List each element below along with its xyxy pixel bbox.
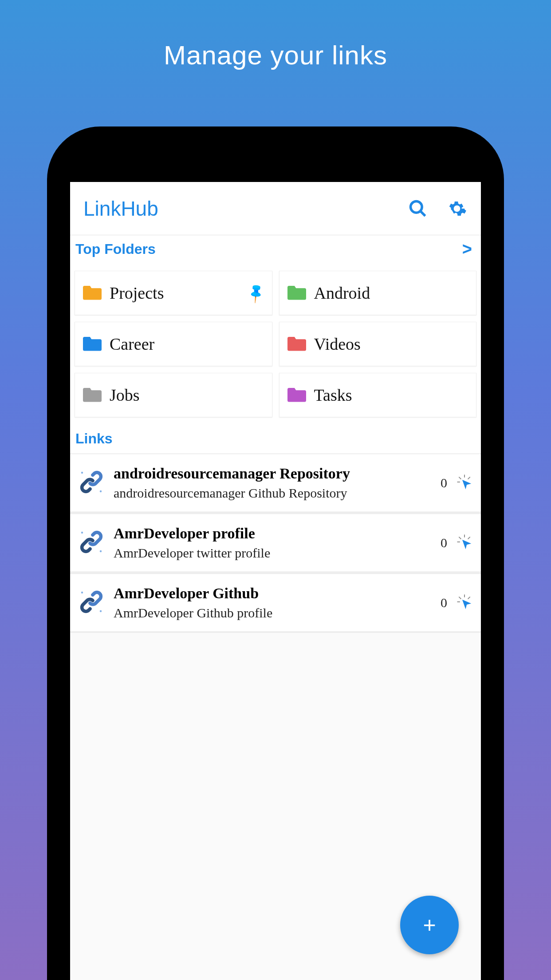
folder-card[interactable]: Projects📌 xyxy=(75,271,272,315)
folder-label: Tasks xyxy=(314,385,468,405)
link-title: AmrDeveloper Github xyxy=(114,585,432,602)
folder-icon xyxy=(83,284,102,302)
add-button[interactable]: + xyxy=(400,896,459,954)
link-icon xyxy=(78,589,105,617)
link-icon xyxy=(78,469,105,497)
svg-point-0 xyxy=(411,201,422,213)
svg-line-5 xyxy=(459,477,461,479)
gear-icon xyxy=(447,199,467,218)
folder-card[interactable]: Videos xyxy=(279,322,477,366)
link-count: 0 xyxy=(441,595,447,610)
search-button[interactable] xyxy=(407,198,429,219)
links-section-label: Links xyxy=(70,424,481,454)
link-title: androidresourcemanager Repository xyxy=(114,465,432,482)
svg-point-2 xyxy=(81,472,83,474)
svg-line-11 xyxy=(459,537,461,539)
folders-grid: Projects📌AndroidCareerVideosJobsTasks xyxy=(70,264,481,424)
link-subtitle: AmrDeveloper twitter profile xyxy=(114,545,432,561)
folder-label: Videos xyxy=(314,334,468,354)
folder-icon xyxy=(287,284,306,302)
plus-icon: + xyxy=(423,912,436,938)
settings-button[interactable] xyxy=(446,198,468,219)
svg-line-6 xyxy=(468,477,470,479)
folder-label: Android xyxy=(314,283,468,303)
promo-title: Manage your links xyxy=(0,0,551,71)
svg-line-12 xyxy=(468,537,470,539)
link-content: androidresourcemanager Repositoryandroid… xyxy=(114,465,432,501)
chevron-right-icon[interactable]: > xyxy=(462,240,476,259)
folder-label: Projects xyxy=(110,283,240,303)
svg-point-14 xyxy=(81,592,83,594)
pin-icon: 📌 xyxy=(244,282,267,304)
link-item[interactable]: AmrDeveloper profileAmrDeveloper twitter… xyxy=(70,514,481,572)
folder-icon xyxy=(83,386,102,404)
link-title: AmrDeveloper profile xyxy=(114,525,432,542)
click-cursor-icon xyxy=(456,593,473,612)
svg-point-9 xyxy=(100,550,102,553)
phone-frame: LinkHub Top Folders > Proj xyxy=(47,126,504,980)
svg-line-1 xyxy=(421,211,425,216)
svg-point-3 xyxy=(100,490,102,493)
click-cursor-icon xyxy=(456,474,473,492)
top-folders-label: Top Folders xyxy=(75,241,156,257)
link-item[interactable]: androidresourcemanager Repositoryandroid… xyxy=(70,454,481,512)
top-folders-header: Top Folders > xyxy=(70,235,481,264)
link-subtitle: androidresourcemanager Github Repository xyxy=(114,486,432,501)
link-content: AmrDeveloper GithubAmrDeveloper Github p… xyxy=(114,585,432,620)
svg-line-18 xyxy=(468,597,470,599)
app-title: LinkHub xyxy=(83,197,158,221)
folder-label: Jobs xyxy=(110,385,264,405)
link-item[interactable]: AmrDeveloper GithubAmrDeveloper Github p… xyxy=(70,573,481,632)
link-count: 0 xyxy=(441,535,447,550)
click-cursor-icon xyxy=(456,533,473,552)
folder-card[interactable]: Jobs xyxy=(75,373,272,417)
links-list: androidresourcemanager Repositoryandroid… xyxy=(70,454,481,632)
app-header: LinkHub xyxy=(70,182,481,235)
folder-card[interactable]: Career xyxy=(75,322,272,366)
header-actions xyxy=(407,198,468,219)
folder-icon xyxy=(287,386,306,404)
link-count: 0 xyxy=(441,475,447,490)
folder-icon xyxy=(83,335,102,353)
link-icon xyxy=(78,529,105,557)
svg-point-15 xyxy=(100,610,102,612)
link-subtitle: AmrDeveloper Github profile xyxy=(114,605,432,620)
link-content: AmrDeveloper profileAmrDeveloper twitter… xyxy=(114,525,432,561)
folder-icon xyxy=(287,335,306,353)
folder-card[interactable]: Android xyxy=(279,271,477,315)
svg-point-8 xyxy=(81,532,83,534)
phone-screen: LinkHub Top Folders > Proj xyxy=(70,182,481,980)
svg-line-17 xyxy=(459,597,461,599)
search-icon xyxy=(408,199,428,218)
folder-label: Career xyxy=(110,334,264,354)
folder-card[interactable]: Tasks xyxy=(279,373,477,417)
